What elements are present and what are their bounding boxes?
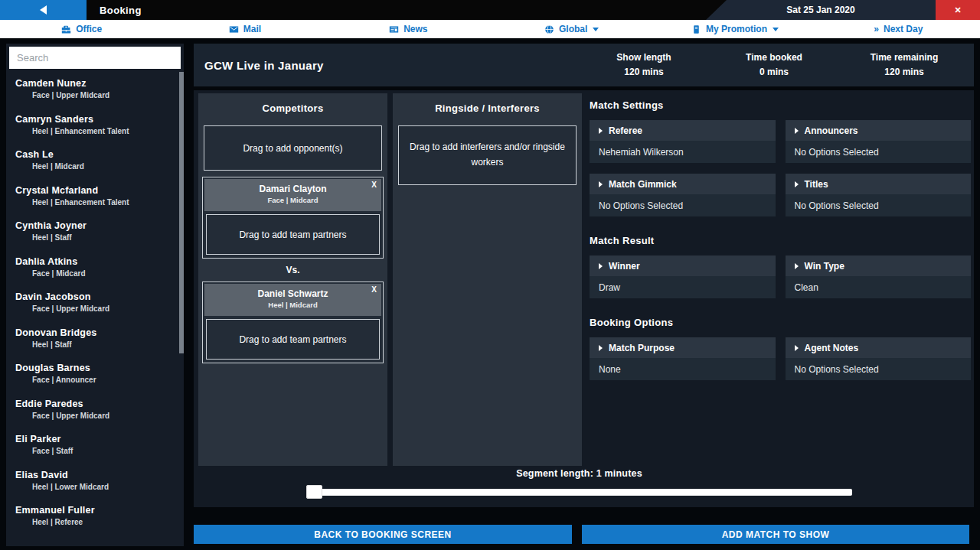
setting-winner[interactable]: Winner Draw (590, 255, 776, 298)
nav-label: My Promotion (706, 24, 767, 34)
roster-item[interactable]: Eli Parker Face | Staff (6, 428, 184, 464)
setting-value: No Options Selected (786, 194, 972, 216)
setting-titles[interactable]: Titles No Options Selected (786, 174, 972, 216)
competitors-panel: Competitors Drag to add opponent(s) Dama… (198, 93, 387, 466)
setting-announcers[interactable]: Announcers No Options Selected (786, 120, 972, 163)
wrestler-role: Heel | Staff (15, 233, 184, 242)
setting-referee[interactable]: Referee Nehemiah Wilkerson (590, 120, 776, 163)
show-stats: Show length 120 mins Time booked 0 mins … (579, 50, 974, 79)
main-navbar: Office Mail News Global My Promotion » N… (0, 20, 980, 38)
team-member-card[interactable]: Daniel Schwartz Heel | Midcard X (204, 284, 381, 316)
setting-value: No Options Selected (786, 358, 972, 380)
wrestler-name: Eli Parker (15, 434, 184, 444)
roster-item[interactable]: Emmanuel Fuller Heel | Referee (6, 499, 184, 535)
wrestler-name: Dahlia Atkins (15, 256, 184, 267)
setting-label-row: Referee (590, 120, 776, 141)
setting-match-gimmick[interactable]: Match Gimmick No Options Selected (590, 174, 776, 216)
show-title: GCW Live in January (194, 59, 579, 72)
setting-label: Agent Notes (805, 343, 859, 353)
team-member-card[interactable]: Damari Clayton Face | Midcard X (204, 179, 381, 211)
dropzone-text: Drag to add interferers and/or ringside … (410, 140, 565, 171)
dropzone-text: Drag to add opponent(s) (243, 143, 342, 154)
setting-value: None (590, 358, 776, 380)
roster-item[interactable]: Cash Le Heel | Midcard (6, 143, 184, 179)
add-match-to-show-button[interactable]: ADD MATCH TO SHOW (582, 525, 969, 544)
setting-agent-notes[interactable]: Agent Notes No Options Selected (786, 337, 972, 380)
show-stat: Time remaining 120 mins (839, 50, 969, 79)
triangle-right-icon (795, 181, 799, 187)
setting-label-row: Agent Notes (786, 337, 972, 358)
roster-item[interactable]: Elias David Heel | Lower Midcard (6, 464, 184, 500)
add-partner-dropzone[interactable]: Drag to add team partners (206, 214, 380, 255)
slider-track[interactable] (306, 489, 852, 496)
search-input[interactable] (9, 47, 181, 69)
setting-label: Announcers (805, 125, 858, 136)
wrestler-name: Douglas Barnes (15, 363, 184, 373)
team-group-2: Daniel Schwartz Heel | Midcard X Drag to… (202, 282, 384, 363)
titlebar: Booking Sat 25 Jan 2020 ✕ (0, 0, 980, 20)
wrestler-name: Cash Le (15, 149, 184, 160)
add-ringside-dropzone[interactable]: Drag to add interferers and/or ringside … (398, 125, 577, 185)
segment-length-slider[interactable] (306, 485, 852, 499)
setting-win-type[interactable]: Win Type Clean (786, 255, 972, 298)
roster-item[interactable]: Crystal Mcfarland Heel | Enhancement Tal… (6, 179, 184, 215)
nav-item-mail[interactable]: Mail (163, 20, 326, 38)
close-button[interactable]: ✕ (936, 0, 980, 20)
close-icon: ✕ (954, 5, 961, 15)
remove-member-button[interactable]: X (371, 181, 377, 189)
roster-item[interactable]: Cynthia Joyner Heel | Staff (6, 214, 184, 250)
stat-label: Time booked (709, 50, 839, 65)
nav-label: Office (76, 24, 102, 34)
wrestler-role: Face | Staff (15, 447, 184, 455)
back-button[interactable] (0, 0, 87, 20)
wrestler-role: Face | Midcard (15, 269, 184, 278)
envelope-icon (229, 24, 239, 34)
wrestler-role: Heel | Midcard (15, 162, 184, 171)
add-opponents-dropzone[interactable]: Drag to add opponent(s) (204, 125, 382, 171)
setting-label-row: Win Type (786, 255, 972, 276)
setting-match-purpose[interactable]: Match Purpose None (590, 337, 776, 380)
nav-item-global[interactable]: Global (490, 20, 653, 38)
roster-list: Camden Nunez Face | Upper Midcard Camryn… (6, 72, 184, 535)
team-group-1: Damari Clayton Face | Midcard X Drag to … (202, 177, 384, 259)
briefcase-icon (61, 24, 71, 34)
nav-item-next-day[interactable]: » Next Day (817, 20, 980, 38)
member-role: Face | Midcard (204, 196, 381, 204)
roster-item[interactable]: Camryn Sanders Heel | Enhancement Talent (6, 108, 184, 144)
match-result-cards: Winner Draw Win Type Clean (590, 255, 971, 298)
wrestler-name: Crystal Mcfarland (15, 185, 184, 196)
roster-item[interactable]: Donovan Bridges Heel | Staff (6, 321, 184, 357)
setting-label: Referee (609, 125, 642, 136)
stat-value: 120 mins (839, 65, 969, 80)
current-date: Sat 25 Jan 2020 (706, 0, 936, 20)
book-icon (691, 24, 701, 34)
nav-item-my-promotion[interactable]: My Promotion (653, 20, 816, 38)
setting-value: Nehemiah Wilkerson (590, 141, 776, 163)
roster-item[interactable]: Douglas Barnes Face | Announcer (6, 356, 184, 392)
wrestler-name: Cynthia Joyner (15, 220, 184, 231)
nav-item-news[interactable]: News (327, 20, 490, 38)
wrestler-name: Camden Nunez (15, 78, 184, 89)
sidebar-scrollbar[interactable] (179, 72, 184, 353)
back-to-booking-button[interactable]: BACK TO BOOKING SCREEN (194, 525, 572, 544)
roster-item[interactable]: Dahlia Atkins Face | Midcard (6, 250, 184, 286)
add-partner-dropzone[interactable]: Drag to add team partners (206, 319, 380, 360)
member-name: Daniel Schwartz (204, 288, 381, 299)
wrestler-role: Heel | Staff (15, 340, 184, 349)
setting-label: Match Purpose (609, 343, 675, 353)
wrestler-name: Emmanuel Fuller (15, 505, 184, 516)
nav-item-office[interactable]: Office (0, 20, 163, 38)
roster-item[interactable]: Eddie Paredes Face | Upper Midcard (6, 392, 184, 428)
globe-icon (544, 24, 554, 34)
ringside-header: Ringside / Interferers (393, 93, 582, 121)
slider-handle[interactable] (306, 485, 322, 499)
roster-item[interactable]: Camden Nunez Face | Upper Midcard (6, 72, 184, 108)
setting-label-row: Announcers (786, 120, 972, 141)
remove-member-button[interactable]: X (371, 285, 377, 294)
roster-item[interactable]: Davin Jacobson Face | Upper Midcard (6, 285, 184, 321)
booking-options-cards: Match Purpose None Agent Notes No Option… (590, 337, 971, 380)
setting-label: Titles (805, 179, 828, 190)
match-editor-panel: Competitors Drag to add opponent(s) Dama… (194, 90, 974, 507)
wrestler-name: Donovan Bridges (15, 327, 184, 338)
chevron-down-icon (773, 28, 779, 31)
